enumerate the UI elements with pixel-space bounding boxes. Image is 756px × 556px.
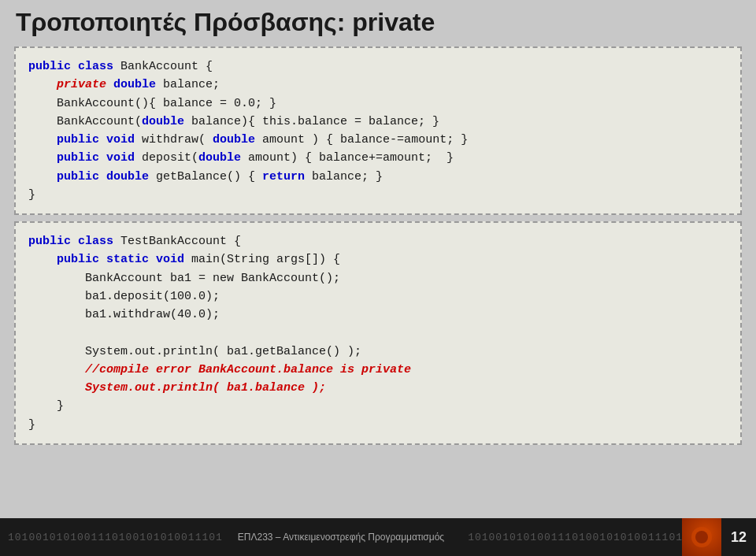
code-line: ba1.withdraw(40.0); <box>28 306 728 324</box>
code-block-1: public class BankAccount { private doubl… <box>14 46 742 215</box>
footer-binary-right: 1010010101001110100101010011101001010100… <box>460 532 682 543</box>
code-line: public class BankAccount { <box>28 57 728 76</box>
page-title: Τροποποιητές Πρόσβασης: private <box>0 0 756 43</box>
footer-bar: 1010010101001110100101010011101001010100… <box>0 518 756 556</box>
code-line: BankAccount ba1 = new BankAccount(); <box>28 269 728 287</box>
code-line: public static void main(String args[]) { <box>28 250 728 269</box>
code-line: public double getBalance() { return bala… <box>28 168 728 186</box>
code-line: System.out.println( ba1.getBalance() ); <box>28 343 728 361</box>
footer-center-text: ΕΠΛ233 – Αντικειμενοστρεφής Προγραμματισ… <box>222 532 460 543</box>
code-line: BankAccount(){ balance = 0.0; } <box>28 95 728 113</box>
code-line: public void withdraw( double amount ) { … <box>28 131 728 149</box>
footer-page-number: 12 <box>721 529 756 546</box>
code-line-error: //compile error BankAccount.balance is p… <box>28 361 728 379</box>
svg-point-1 <box>695 531 708 543</box>
code-line-error: System.out.println( ba1.balance ); <box>28 379 728 397</box>
footer-binary-left: 1010010101001110100101010011101001010100… <box>0 532 222 543</box>
code-line: } <box>28 186 728 204</box>
code-line <box>28 324 728 342</box>
code-line: } <box>28 397 728 415</box>
code-line: ba1.deposit(100.0); <box>28 287 728 306</box>
code-line: public class TestBankAccount { <box>28 232 728 250</box>
code-line: private double balance; <box>28 76 728 94</box>
footer-logo <box>682 518 721 556</box>
code-line: public void deposit(double amount) { bal… <box>28 149 728 167</box>
code-line: BankAccount(double balance){ this.balanc… <box>28 113 728 131</box>
code-block-2: public class TestBankAccount { public st… <box>14 221 742 445</box>
code-line: } <box>28 416 728 434</box>
